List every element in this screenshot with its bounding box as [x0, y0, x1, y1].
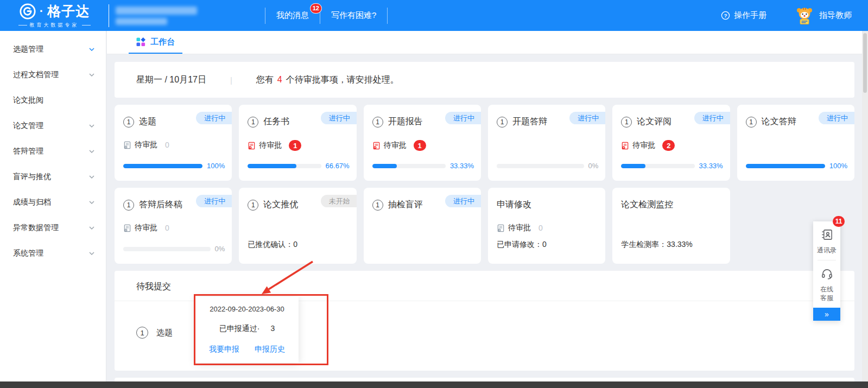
redacted-user-info [116, 7, 197, 25]
workbench-grid-icon [136, 37, 145, 47]
logo-separator-dot: · [40, 4, 44, 18]
declare-date-range: 2022-09-20-2023-06-30 [210, 305, 284, 313]
progress-bar: 100% [746, 162, 847, 170]
stage-card-1[interactable]: 进行中1选题待审批0100% [115, 105, 232, 181]
declare-history-link[interactable]: 申报历史 [255, 345, 285, 354]
status-badge: 进行中 [694, 112, 730, 124]
approval-label: 待审批 [384, 141, 407, 150]
declare-now-link[interactable]: 我要申报 [209, 345, 239, 354]
sidebar-item-label: 成绩与归档 [13, 198, 51, 207]
document-reject-icon [372, 142, 381, 150]
chevron-down-icon [88, 123, 95, 129]
approval-label: 待审批 [135, 140, 157, 150]
chevron-down-icon [88, 174, 95, 180]
online-service-button[interactable]: 在线 客服 [813, 260, 840, 308]
stage-number: 1 [123, 200, 134, 211]
redacted-line [116, 7, 197, 15]
stage-card-9[interactable]: 进行中1抽检盲评 [364, 188, 481, 264]
approval-count: 0 [165, 141, 169, 149]
card-title: 开题报告 [388, 116, 423, 128]
progress-fill [621, 164, 645, 168]
messages-count-badge: 12 [310, 3, 322, 14]
card-extra-text: 已申请修改：0 [497, 240, 547, 250]
manual-link[interactable]: ? 操作手册 [721, 10, 766, 21]
service-label-line2: 客服 [813, 294, 840, 302]
stage-card-7[interactable]: 进行中1答辩后终稿待审批00% [115, 188, 232, 264]
logo-g-icon [19, 3, 36, 20]
app-logo: · 格子达 教育大数据专家 [0, 2, 109, 29]
progress-fill [372, 164, 397, 168]
status-badge: 进行中 [819, 112, 854, 124]
stage-number: 1 [372, 200, 383, 211]
sidebar-item-3[interactable]: 论文批阅 [0, 87, 106, 113]
my-messages-link[interactable]: 我的消息 12 [276, 10, 309, 21]
teacher-menu[interactable]: 指导教师 [795, 6, 852, 26]
tab-workbench[interactable]: 工作台 [129, 31, 182, 54]
stage-card-8[interactable]: 未开始1论文推优已推优确认：0 [239, 188, 356, 264]
sidebar-item-7[interactable]: 成绩与归档 [0, 189, 106, 215]
teacher-label: 指导教师 [819, 10, 852, 21]
progress-bar: 33.33% [372, 162, 474, 170]
approval-label: 待审批 [632, 141, 655, 150]
sidebar-item-4[interactable]: 论文管理 [0, 113, 106, 138]
stage-card-3[interactable]: 进行中1开题报告待审批133.33% [364, 105, 481, 181]
online-service-label: 在线 客服 [813, 285, 840, 302]
progress-track [621, 164, 694, 168]
sidebar-item-9[interactable]: 系统管理 [0, 240, 106, 266]
stage-card-6[interactable]: 进行中1论文答辩100% [737, 105, 854, 181]
pending-approvals-count: 4 [277, 75, 282, 85]
window-bottom-bar [0, 381, 868, 388]
approval-count: 0 [165, 224, 169, 232]
writing-help-link[interactable]: 写作有困难? [331, 10, 376, 21]
logo-tagline: 教育大数据专家 [18, 22, 91, 29]
sidebar-item-8[interactable]: 异常数据管理 [0, 215, 106, 240]
popup-actions: 我要申报 申报历史 [209, 345, 285, 354]
chevron-down-icon [88, 225, 95, 231]
document-reject-icon [248, 142, 256, 150]
chevron-down-icon [88, 199, 95, 206]
approval-row: 待审批2 [621, 140, 721, 151]
card-extra-text: 已推优确认：0 [248, 240, 297, 250]
stage-number: 1 [248, 117, 258, 128]
stage-card-5[interactable]: 进行中1论文评阅待审批233.33% [612, 105, 730, 181]
progress-track [123, 247, 211, 251]
card-title-row: 论文检测监控 [621, 199, 721, 211]
card-extra-text: 学生检测率：33.33% [621, 240, 692, 250]
sidebar-item-6[interactable]: 盲评与推优 [0, 164, 106, 189]
progress-bar: 100% [123, 162, 225, 170]
sidebar-item-5[interactable]: 答辩管理 [0, 138, 106, 164]
progress-bar: 0% [497, 162, 598, 170]
approval-row: 待审批1 [248, 140, 347, 151]
status-badge: 进行中 [445, 195, 481, 207]
stage-number: 1 [372, 117, 383, 128]
writing-help-label: 写作有困难? [331, 10, 376, 20]
sidebar-item-1[interactable]: 选题管理 [0, 36, 106, 62]
approval-label: 待审批 [508, 223, 531, 233]
progress-track [372, 164, 446, 168]
chevron-down-icon [88, 46, 95, 53]
stage-card-11[interactable]: 论文检测监控学生检测率：33.33% [612, 188, 730, 264]
progress-track [248, 164, 321, 168]
stage-card-4[interactable]: 进行中1开题答辩0% [488, 105, 605, 181]
approved-count-line: 已申报通过· 3 [219, 324, 275, 334]
approval-count-badge: 2 [662, 140, 675, 151]
card-title: 申请修改 [497, 199, 531, 211]
status-badge: 进行中 [196, 195, 232, 207]
contacts-button[interactable]: 通讯录 [813, 221, 840, 260]
card-title: 论文答辩 [762, 116, 796, 128]
stage-card-2[interactable]: 进行中1任务书待审批166.67% [239, 105, 356, 181]
sidebar-item-label: 论文管理 [13, 121, 43, 131]
progress-percent: 66.67% [326, 162, 350, 170]
stage-number: 1 [621, 117, 632, 128]
approval-label: 待审批 [259, 141, 282, 150]
sidebar-item-2[interactable]: 过程文档管理 [0, 62, 106, 87]
sidebar-item-label: 论文批阅 [13, 96, 43, 105]
collapse-widget-button[interactable]: » [813, 308, 840, 321]
manual-label: 操作手册 [734, 10, 766, 21]
progress-fill [123, 164, 202, 168]
scrollbar-thumb[interactable] [863, 33, 867, 93]
stage-card-10[interactable]: 申请修改待审批0已申请修改：0 [488, 188, 605, 264]
approval-count: 0 [538, 224, 543, 232]
vertical-scrollbar [862, 31, 868, 381]
card-title: 选题 [139, 116, 156, 128]
